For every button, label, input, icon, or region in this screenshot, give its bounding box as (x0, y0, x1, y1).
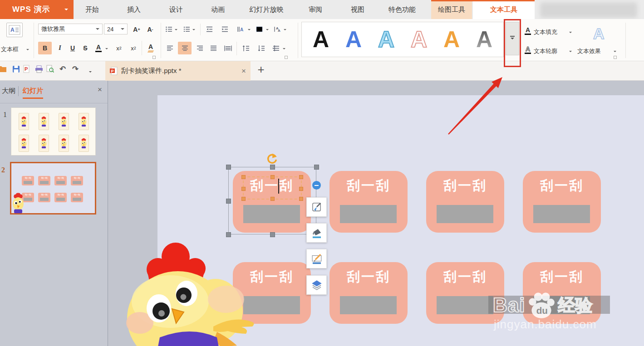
selection-handle[interactable] (226, 232, 231, 237)
font-color-caret-icon[interactable] (105, 48, 108, 51)
wordart-style-red-outline[interactable]: A (411, 23, 427, 56)
numbered-list-caret-icon[interactable] (192, 29, 195, 32)
collapse-toolbar-button[interactable] (312, 181, 321, 190)
logo-dropdown-icon[interactable] (64, 9, 68, 12)
scratch-card[interactable]: 刮一刮 (329, 171, 408, 233)
layer-order-button[interactable] (306, 275, 327, 295)
bullet-list-caret-icon[interactable] (175, 29, 177, 32)
align-center-button[interactable] (178, 42, 192, 54)
grow-font-button[interactable]: A+ (131, 24, 143, 34)
qat-dropdown-icon[interactable] (89, 71, 92, 74)
scratch-card[interactable]: 刮一刮 (233, 262, 311, 324)
scratch-card[interactable]: 刮一刮 (523, 171, 601, 233)
text-fill-caret-icon[interactable] (569, 32, 572, 34)
textbox-handle[interactable] (299, 197, 303, 201)
rotate-handle[interactable] (266, 153, 278, 166)
align-left-button[interactable] (164, 43, 175, 54)
document-tab[interactable]: P 刮卡抽奖课件.pptx * × (105, 61, 251, 81)
superscript-button[interactable]: x2 (113, 42, 125, 54)
clear-format-button[interactable]: A (144, 42, 157, 54)
slide-1-thumbnail[interactable] (11, 107, 96, 156)
textbox-handle[interactable] (241, 197, 246, 201)
insert-textbox-button[interactable]: A (6, 23, 23, 37)
text-borders-button[interactable] (254, 24, 264, 34)
scratch-area[interactable] (340, 296, 397, 314)
text-outline-caret-icon[interactable] (569, 51, 572, 54)
menu-tab-special-features[interactable]: 特色功能 (384, 0, 420, 19)
print-preview-button[interactable] (45, 64, 55, 74)
menu-tab-design[interactable]: 设计 (161, 0, 191, 19)
menu-tab-drawing-tools[interactable]: 绘图工具 (431, 0, 472, 19)
numbered-list-button[interactable] (182, 24, 191, 34)
tab-outline[interactable]: 大纲 (2, 87, 15, 95)
char-spacing-caret-icon[interactable] (284, 29, 286, 32)
font-size-combo[interactable]: 24 (104, 24, 128, 34)
export-pdf-button[interactable]: P (21, 64, 31, 74)
menu-tab-animation[interactable]: 动画 (203, 0, 233, 19)
textbox-dropdown-icon[interactable] (26, 49, 29, 52)
selection-handle[interactable] (226, 165, 231, 170)
open-folder-icon[interactable] (0, 64, 7, 74)
shape-style-button[interactable] (306, 197, 327, 217)
menu-tab-review[interactable]: 审阅 (300, 0, 330, 19)
scratch-area[interactable] (437, 205, 493, 223)
font-name-combo[interactable]: 微软雅黑 (38, 24, 103, 34)
effects-dialog-launcher[interactable] (614, 56, 617, 59)
wordart-style-black[interactable]: A (313, 23, 329, 56)
textbox-handle[interactable] (241, 187, 246, 191)
textbox-handle[interactable] (270, 197, 275, 201)
menu-tab-home[interactable]: 开始 (77, 0, 107, 19)
paragraph-dialog-launcher[interactable] (285, 56, 288, 59)
scratch-area[interactable] (243, 205, 300, 223)
print-button[interactable] (34, 64, 44, 74)
textbox-handle[interactable] (299, 175, 303, 179)
scratch-area[interactable] (340, 205, 397, 223)
outline-color-button[interactable] (306, 249, 327, 268)
wordart-style-orange[interactable]: A (443, 23, 460, 56)
font-name-caret-icon[interactable] (96, 28, 99, 32)
line-spacing-caret-icon[interactable] (248, 29, 251, 32)
tab-slides[interactable]: 幻灯片 (23, 87, 43, 99)
redo-button[interactable]: ↷ (70, 64, 80, 74)
textbox-handle[interactable] (270, 175, 275, 179)
scratch-card[interactable]: 刮一刮 (426, 171, 504, 233)
decrease-para-spacing-button[interactable] (256, 43, 267, 54)
line-spacing-button[interactable]: A (235, 24, 246, 34)
font-size-caret-icon[interactable] (121, 28, 124, 32)
selection-handle[interactable] (226, 199, 231, 204)
italic-button[interactable]: I (54, 42, 65, 54)
scratch-card[interactable]: 刮一刮 (233, 171, 311, 233)
fill-color-button[interactable] (306, 223, 327, 243)
undo-button[interactable]: ↶ (58, 64, 68, 74)
increase-para-spacing-button[interactable] (241, 43, 251, 54)
shrink-font-button[interactable]: A- (144, 24, 156, 34)
wordart-style-blue[interactable]: A (345, 23, 362, 56)
font-dialog-launcher[interactable] (152, 56, 156, 59)
selection-handle[interactable] (270, 232, 275, 237)
app-logo[interactable]: WPS 演示 (0, 0, 74, 19)
textbox-handle[interactable] (299, 187, 303, 191)
wordart-style-lightblue-outline[interactable]: A (378, 23, 394, 56)
text-effect-button[interactable]: 文本效果 (577, 47, 601, 55)
selection-handle[interactable] (314, 165, 319, 170)
char-spacing-button[interactable]: AA (272, 24, 282, 34)
text-borders-caret-icon[interactable] (266, 29, 269, 32)
paragraph-layout-caret-icon[interactable] (283, 48, 285, 51)
textbox-label-button[interactable]: 文本框 (1, 45, 19, 54)
strikethrough-button[interactable]: S (80, 42, 91, 54)
menu-tab-text-tools[interactable]: 文本工具 (473, 0, 535, 19)
panel-close-button[interactable]: × (98, 85, 102, 94)
menu-tab-view[interactable]: 视图 (343, 0, 373, 19)
textbox-handle[interactable] (241, 175, 246, 179)
text-effect-caret-icon[interactable] (614, 51, 616, 54)
justify-button[interactable] (208, 43, 219, 54)
bold-button[interactable]: B (38, 42, 52, 54)
font-color-button[interactable]: A (93, 42, 104, 54)
scratch-area[interactable] (243, 296, 300, 314)
align-right-button[interactable] (194, 43, 205, 54)
wordart-style-gray-gradient[interactable]: A (476, 23, 492, 56)
increase-indent-button[interactable] (220, 24, 230, 34)
distribute-button[interactable] (222, 43, 233, 54)
scratch-card[interactable]: 刮一刮 (329, 262, 408, 324)
document-close-button[interactable]: × (241, 67, 246, 76)
